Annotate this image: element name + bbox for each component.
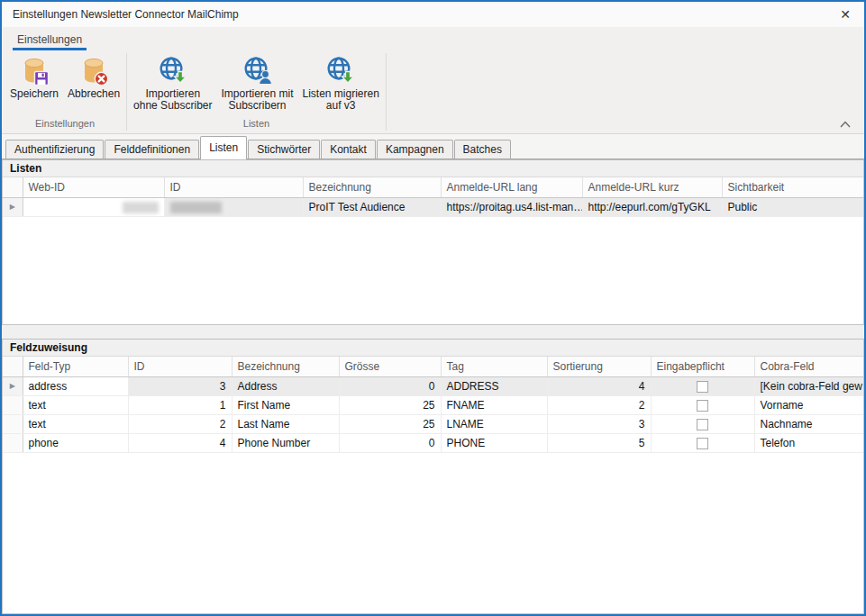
table-row[interactable]: phone4Phone Number0PHONE5Telefon bbox=[3, 433, 863, 452]
column-header-bezeichnung[interactable]: Bezeichnung bbox=[303, 177, 441, 197]
cell-feld_typ[interactable]: text bbox=[23, 395, 128, 414]
abbrechen-button[interactable]: Abbrechen bbox=[63, 55, 124, 101]
cell-bezeichnung[interactable]: First Name bbox=[232, 395, 339, 414]
cell-groesse[interactable]: 0 bbox=[339, 433, 441, 452]
row-selector[interactable]: ▶ bbox=[3, 376, 23, 395]
selector-column-header[interactable] bbox=[3, 177, 23, 197]
tab-listen[interactable]: Listen bbox=[200, 136, 247, 159]
column-header-bezeichnung[interactable]: Bezeichnung bbox=[232, 357, 339, 376]
tab-felddefinitionen[interactable]: Felddefinitionen bbox=[105, 140, 199, 159]
cell-sichtbarkeit[interactable]: Public bbox=[722, 197, 863, 216]
column-header-groesse[interactable]: Grösse bbox=[339, 357, 441, 376]
cell-sortierung[interactable]: 4 bbox=[547, 376, 651, 395]
cell-id[interactable]: 1 bbox=[128, 395, 232, 414]
cell-cobra_feld[interactable]: Telefon bbox=[754, 433, 863, 452]
column-header-sortierung[interactable]: Sortierung bbox=[547, 357, 651, 376]
row-selector[interactable] bbox=[3, 433, 23, 452]
cell-groesse[interactable]: 25 bbox=[339, 414, 441, 433]
importieren-ohne-subscriber-button[interactable]: Importieren ohne Subscriber bbox=[129, 55, 216, 113]
redacted-value bbox=[170, 202, 222, 213]
cell-tag[interactable]: LNAME bbox=[441, 414, 547, 433]
column-header-cobra_feld[interactable]: Cobra-Feld bbox=[754, 357, 863, 376]
ribbon-tab-strip: Einstellungen bbox=[2, 27, 864, 50]
section-gap bbox=[2, 325, 864, 339]
table-row[interactable]: text2Last Name25LNAME3Nachname bbox=[3, 414, 863, 433]
column-header-web_id[interactable]: Web-ID bbox=[23, 177, 164, 197]
column-header-feld_typ[interactable]: Feld-Typ bbox=[23, 357, 128, 376]
column-header-tag[interactable]: Tag bbox=[441, 357, 547, 376]
speichern-button[interactable]: Speichern bbox=[5, 55, 63, 101]
eingabepflicht-checkbox[interactable] bbox=[697, 438, 708, 449]
cell-groesse[interactable]: 25 bbox=[339, 395, 441, 414]
tab-stichwörter[interactable]: Stichwörter bbox=[248, 140, 320, 159]
ribbon-separator bbox=[126, 53, 127, 131]
cell-bezeichnung[interactable]: Last Name bbox=[232, 414, 339, 433]
ribbon-group-label: Einstellungen bbox=[5, 118, 124, 133]
cell-feld_typ[interactable]: phone bbox=[23, 433, 128, 452]
column-header-url_lang[interactable]: Anmelde-URL lang bbox=[441, 177, 582, 197]
listen-grid: Web-IDIDBezeichnungAnmelde-URL langAnmel… bbox=[3, 177, 863, 217]
close-icon[interactable]: ✕ bbox=[835, 5, 855, 23]
chevron-up-icon[interactable] bbox=[839, 120, 852, 129]
tab-batches[interactable]: Batches bbox=[454, 140, 511, 159]
tab-kontakt[interactable]: Kontakt bbox=[321, 140, 376, 159]
cell-url_lang[interactable]: https://proitag.us4.list-man… bbox=[441, 197, 582, 216]
ribbon-separator bbox=[386, 53, 387, 131]
ribbon-button-label: Importieren mit Subscribern bbox=[221, 88, 293, 112]
cell-tag[interactable]: ADDRESS bbox=[441, 376, 547, 395]
cell-eingabepflicht[interactable] bbox=[651, 376, 754, 395]
cell-feld_typ[interactable]: text bbox=[23, 414, 128, 433]
listen-section-title: Listen bbox=[3, 160, 863, 177]
cell-cobra_feld[interactable]: [Kein cobra-Feld gew… bbox=[754, 376, 863, 395]
table-row[interactable]: ▶address3Address0ADDRESS4[Kein cobra-Fel… bbox=[3, 376, 863, 395]
listen-migrieren-button[interactable]: Listen migrieren auf v3 bbox=[298, 55, 384, 113]
ribbon-group-label: Listen bbox=[129, 118, 384, 133]
cell-id[interactable] bbox=[164, 197, 303, 216]
cell-eingabepflicht[interactable] bbox=[651, 433, 754, 452]
cell-url_kurz[interactable]: http://eepurl.com/gTyGKL bbox=[582, 197, 722, 216]
column-header-id[interactable]: ID bbox=[164, 177, 303, 197]
ribbon-tab-einstellungen[interactable]: Einstellungen bbox=[13, 30, 87, 50]
cell-bezeichnung[interactable]: ProIT Test Audience bbox=[303, 197, 441, 216]
cell-eingabepflicht[interactable] bbox=[651, 395, 754, 414]
globe-migrate-icon bbox=[325, 56, 356, 86]
cell-tag[interactable]: PHONE bbox=[441, 433, 547, 452]
table-row[interactable]: ▶ProIT Test Audiencehttps://proitag.us4.… bbox=[3, 197, 863, 216]
cell-feld_typ[interactable]: address bbox=[23, 376, 128, 395]
importieren-mit-subscribern-button[interactable]: Importieren mit Subscribern bbox=[216, 55, 297, 113]
ribbon-button-label: Importieren ohne Subscriber bbox=[133, 88, 212, 112]
table-row[interactable]: text1First Name25FNAME2Vorname bbox=[3, 395, 863, 414]
row-selector[interactable] bbox=[3, 395, 23, 414]
cell-id[interactable]: 2 bbox=[128, 414, 232, 433]
column-header-id[interactable]: ID bbox=[128, 357, 232, 376]
cell-eingabepflicht[interactable] bbox=[651, 414, 754, 433]
ribbon-button-label: Speichern bbox=[10, 88, 59, 100]
row-selector[interactable]: ▶ bbox=[3, 197, 23, 216]
eingabepflicht-checkbox[interactable] bbox=[697, 400, 708, 412]
column-header-url_kurz[interactable]: Anmelde-URL kurz bbox=[582, 177, 722, 197]
column-header-sichtbarkeit[interactable]: Sichtbarkeit bbox=[722, 177, 863, 197]
cell-id[interactable]: 4 bbox=[128, 433, 232, 452]
cell-sortierung[interactable]: 2 bbox=[547, 395, 651, 414]
cell-id[interactable]: 3 bbox=[128, 376, 232, 395]
eingabepflicht-checkbox[interactable] bbox=[697, 381, 708, 393]
cell-bezeichnung[interactable]: Address bbox=[232, 376, 339, 395]
cell-bezeichnung[interactable]: Phone Number bbox=[232, 433, 339, 452]
cell-cobra_feld[interactable]: Vorname bbox=[754, 395, 863, 414]
cell-sortierung[interactable]: 5 bbox=[547, 433, 651, 452]
cell-sortierung[interactable]: 3 bbox=[547, 414, 651, 433]
cell-tag[interactable]: FNAME bbox=[441, 395, 547, 414]
column-header-eingabepflicht[interactable]: Eingabepflicht bbox=[651, 357, 754, 376]
row-selector[interactable] bbox=[3, 414, 23, 433]
cell-web_id[interactable] bbox=[23, 197, 164, 216]
database-save-icon bbox=[19, 56, 50, 86]
ribbon-body: Speichern Abbrechen Einstellungen bbox=[2, 50, 864, 133]
tab-authentifizierung[interactable]: Authentifizierung bbox=[5, 140, 104, 159]
settings-window: Einstellungen Newsletter Connector MailC… bbox=[0, 0, 866, 616]
cell-cobra_feld[interactable]: Nachname bbox=[754, 414, 863, 433]
cell-groesse[interactable]: 0 bbox=[339, 376, 441, 395]
eingabepflicht-checkbox[interactable] bbox=[697, 419, 708, 430]
selector-column-header[interactable] bbox=[3, 357, 23, 376]
title-bar: Einstellungen Newsletter Connector MailC… bbox=[2, 2, 864, 27]
tab-kampagnen[interactable]: Kampagnen bbox=[377, 140, 453, 159]
